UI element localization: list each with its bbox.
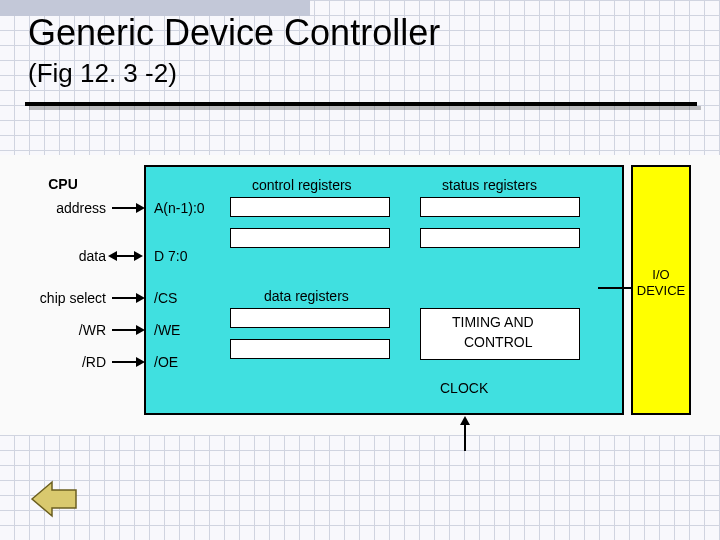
box-status-reg-1 — [420, 197, 580, 217]
label-data-registers: data registers — [264, 288, 349, 304]
cpu-row-wr: /WR — [20, 322, 106, 338]
box-control-reg-2 — [230, 228, 390, 248]
sig-cs: /CS — [154, 290, 177, 306]
label-clock: CLOCK — [440, 380, 488, 396]
arrow-rd — [112, 361, 136, 363]
cpu-row-chipselect: chip select — [20, 290, 106, 306]
sig-we: /WE — [154, 322, 180, 338]
cpu-row-address: address — [20, 200, 106, 216]
slide-title: Generic Device Controller — [28, 12, 440, 54]
back-button[interactable] — [30, 480, 78, 518]
arrowhead-data-r — [134, 251, 143, 261]
svg-marker-0 — [32, 482, 76, 516]
box-data-reg-1 — [230, 308, 390, 328]
label-timing-l1: TIMING AND — [452, 314, 534, 330]
box-status-reg-2 — [420, 228, 580, 248]
box-data-reg-2 — [230, 339, 390, 359]
cpu-header: CPU — [20, 176, 106, 192]
arrowhead-data-l — [108, 251, 117, 261]
label-control-registers: control registers — [252, 177, 352, 193]
sig-d: D 7:0 — [154, 248, 187, 264]
cpu-row-data: data — [20, 248, 106, 264]
slide-subtitle: (Fig 12. 3 -2) — [28, 58, 177, 89]
io-device-box: I/O DEVICE — [631, 165, 691, 415]
io-device-l2: DEVICE — [633, 283, 689, 299]
title-underline — [25, 102, 697, 106]
io-device-l1: I/O — [633, 267, 689, 283]
label-status-registers: status registers — [442, 177, 537, 193]
sig-a: A(n-1):0 — [154, 200, 205, 216]
arrow-wr — [112, 329, 136, 331]
cpu-row-rd: /RD — [20, 354, 106, 370]
arrow-data — [116, 255, 134, 257]
arrow-cs — [112, 297, 136, 299]
back-arrow-icon — [30, 504, 78, 521]
box-control-reg-1 — [230, 197, 390, 217]
arrow-address — [112, 207, 136, 209]
sig-oe: /OE — [154, 354, 178, 370]
slide-root: Generic Device Controller (Fig 12. 3 -2)… — [0, 0, 720, 540]
label-timing-l2: CONTROL — [464, 334, 532, 350]
arrow-clock-head — [460, 416, 470, 425]
arrow-clock-shaft — [464, 423, 466, 451]
